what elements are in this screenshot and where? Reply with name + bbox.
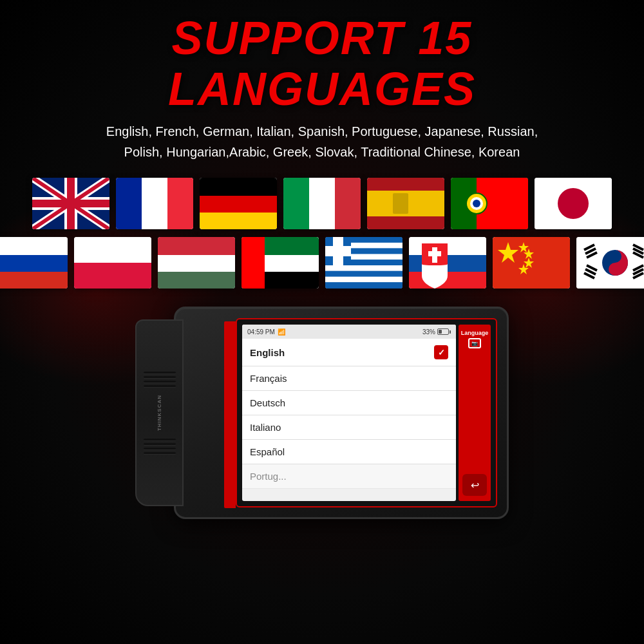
svg-rect-12 xyxy=(200,178,277,196)
svg-rect-49 xyxy=(325,283,402,289)
svg-point-27 xyxy=(558,188,589,219)
svg-rect-52 xyxy=(325,246,351,256)
svg-rect-31 xyxy=(74,237,151,263)
battery-icon xyxy=(437,328,451,335)
device-section: THINKSCAN xyxy=(26,307,618,519)
svg-rect-30 xyxy=(0,272,68,289)
language-label-italian: Italiano xyxy=(250,422,281,433)
language-item-german[interactable]: Deutsch xyxy=(242,391,456,415)
svg-rect-47 xyxy=(325,271,402,277)
svg-rect-11 xyxy=(167,178,193,229)
svg-rect-57 xyxy=(428,251,441,256)
screen-bezel: 04:59 PM 📶 33% xyxy=(236,318,497,507)
svg-rect-16 xyxy=(309,178,335,229)
uk-flag xyxy=(32,178,109,229)
svg-rect-17 xyxy=(335,178,361,229)
grip-line xyxy=(144,439,176,440)
svg-rect-10 xyxy=(142,178,167,229)
svg-rect-20 xyxy=(393,193,408,214)
device-screen: 04:59 PM 📶 33% xyxy=(242,325,456,501)
main-content: SUPPORT 15 LANGUAGES English, French, Ge… xyxy=(0,0,644,519)
russia-flag xyxy=(0,237,68,289)
language-button[interactable]: Language 📷 xyxy=(461,330,489,348)
scanner-device: THINKSCAN xyxy=(135,307,509,519)
battery-fill xyxy=(439,330,442,334)
language-item-spanish[interactable]: Español xyxy=(242,440,456,464)
italy-flag xyxy=(283,178,361,229)
check-icon: ✓ xyxy=(434,345,448,359)
france-flag xyxy=(116,178,193,229)
japan-flag xyxy=(535,178,612,229)
back-button[interactable]: ↩ xyxy=(462,474,487,496)
grip-line xyxy=(144,381,176,383)
hungary-flag xyxy=(158,237,235,289)
status-left: 04:59 PM 📶 xyxy=(247,328,285,336)
slovakia-flag xyxy=(409,237,486,289)
time-display: 04:59 PM xyxy=(247,328,275,336)
svg-rect-35 xyxy=(158,272,235,289)
battery-tip xyxy=(450,330,451,334)
flags-row-1 xyxy=(32,178,612,229)
portugal-flag xyxy=(451,178,528,229)
svg-rect-32 xyxy=(74,263,151,289)
grip-line xyxy=(144,448,176,450)
svg-rect-15 xyxy=(283,178,309,229)
language-item-french[interactable]: Français xyxy=(242,366,456,391)
svg-point-25 xyxy=(473,200,480,207)
grip-line xyxy=(144,385,176,387)
svg-rect-13 xyxy=(200,196,277,213)
grip-line xyxy=(144,376,176,378)
grip-line xyxy=(144,372,176,374)
status-right: 33% xyxy=(422,328,451,336)
poland-flag xyxy=(74,237,151,289)
svg-rect-34 xyxy=(158,255,235,272)
language-list: English ✓ Français Deutsch xyxy=(242,339,456,489)
language-label-english: English xyxy=(250,347,285,358)
language-item-english[interactable]: English ✓ xyxy=(242,339,456,366)
svg-rect-39 xyxy=(242,237,265,289)
device-body: 04:59 PM 📶 33% xyxy=(174,307,509,519)
language-label-german: Deutsch xyxy=(250,397,285,408)
korea-flag xyxy=(576,237,644,289)
right-panel: Language 📷 ↩ xyxy=(459,325,491,501)
language-item-portuguese[interactable]: Portug... xyxy=(242,464,456,489)
camera-icon: 📷 xyxy=(468,338,481,348)
svg-rect-9 xyxy=(116,178,142,229)
device-handle: THINKSCAN xyxy=(135,319,184,506)
brand-label: THINKSCAN xyxy=(156,395,162,431)
language-label-portuguese: Portug... xyxy=(250,471,287,482)
page-title: SUPPORT 15 LANGUAGES xyxy=(26,13,618,115)
red-accent xyxy=(224,321,236,508)
wifi-icon: 📶 xyxy=(278,328,285,336)
grip-line xyxy=(144,443,176,445)
language-label-french: Français xyxy=(250,373,287,384)
svg-rect-29 xyxy=(0,255,68,272)
flags-section xyxy=(26,178,618,289)
svg-rect-28 xyxy=(0,237,68,255)
svg-rect-14 xyxy=(200,213,277,229)
germany-flag xyxy=(200,178,277,229)
battery-percent: 33% xyxy=(422,328,435,336)
language-button-label: Language xyxy=(461,330,489,336)
back-icon: ↩ xyxy=(471,479,479,491)
flags-row-2 xyxy=(0,237,644,289)
language-item-italian[interactable]: Italiano xyxy=(242,415,456,440)
spain-flag xyxy=(367,178,444,229)
languages-subtitle: English, French, German, Italian, Spanis… xyxy=(106,121,538,162)
grip-line xyxy=(144,452,176,454)
greece-flag xyxy=(325,237,402,289)
language-label-spanish: Español xyxy=(250,446,285,457)
china-flag xyxy=(493,237,570,289)
svg-rect-46 xyxy=(325,265,402,271)
svg-rect-48 xyxy=(325,277,402,283)
svg-rect-33 xyxy=(158,237,235,255)
status-bar: 04:59 PM 📶 33% xyxy=(242,325,456,339)
uae-flag xyxy=(242,237,319,289)
